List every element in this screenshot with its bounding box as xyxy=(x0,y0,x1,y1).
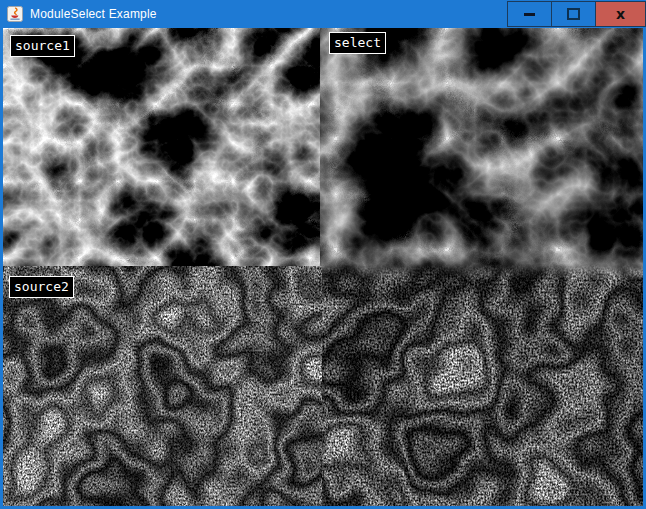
minimize-icon xyxy=(524,13,535,16)
java-app-icon xyxy=(7,6,23,22)
noise-viewport: source1 select source2 xyxy=(3,28,643,506)
close-icon: x xyxy=(616,7,625,21)
select-label: select xyxy=(329,32,386,54)
source2-panel-texture xyxy=(3,266,322,506)
minimize-button[interactable] xyxy=(507,1,552,27)
source1-label: source1 xyxy=(10,35,75,57)
source1-panel-texture xyxy=(3,28,320,266)
maximize-button[interactable] xyxy=(551,1,596,27)
source2-label: source2 xyxy=(9,276,74,298)
window-title: ModuleSelect Example xyxy=(30,0,157,28)
titlebar[interactable]: ModuleSelect Example x xyxy=(0,0,646,28)
window-controls: x xyxy=(507,1,646,27)
close-button[interactable]: x xyxy=(595,1,646,27)
app-window: ModuleSelect Example x source1 xyxy=(0,0,646,509)
maximize-icon xyxy=(567,8,580,20)
